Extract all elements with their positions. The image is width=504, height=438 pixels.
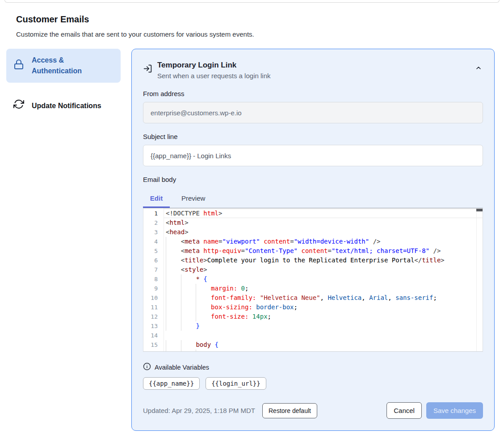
tab-edit[interactable]: Edit (143, 191, 170, 208)
code-line[interactable]: <!DOCTYPE html> (166, 209, 483, 218)
sidebar-item-access-authentication[interactable]: Access & Authentication (6, 49, 121, 83)
refresh-icon (13, 99, 24, 113)
subject-line-field: Subject line (143, 133, 483, 166)
page-header: Customer Emails Customize the emails tha… (0, 3, 504, 38)
code-line[interactable]: font-size: 14px; (166, 312, 483, 321)
login-icon (143, 64, 152, 75)
code-line[interactable]: body { (166, 340, 483, 350)
card-footer: Updated: Apr 29, 2025, 1:18 PM MDT Resto… (143, 402, 483, 419)
code-line[interactable]: * { (166, 274, 483, 284)
editor-tabs: Edit Preview (143, 191, 483, 208)
line-number: 8 (143, 274, 164, 284)
line-number: 3 (143, 227, 164, 237)
line-number: 16 (143, 350, 164, 352)
line-number: 5 (143, 246, 164, 256)
restore-default-button[interactable]: Restore default (262, 403, 317, 418)
card-subtitle: Sent when a user requests a login link (157, 72, 469, 80)
email-template-card: Temporary Login Link Sent when a user re… (131, 49, 495, 431)
line-number: 10 (143, 293, 164, 303)
code-editor[interactable]: 12345678910111213141516 <!DOCTYPE html><… (143, 208, 483, 352)
code-line[interactable]: <html> (166, 218, 483, 227)
line-number: 2 (143, 218, 164, 227)
line-number: 4 (143, 237, 164, 246)
code-line[interactable]: <meta http-equiv="Content-Type" content=… (166, 246, 483, 256)
from-address-input[interactable] (143, 102, 483, 123)
line-number: 14 (143, 331, 164, 340)
line-number: 11 (143, 303, 164, 312)
subject-line-input[interactable] (143, 145, 483, 166)
sidebar-item-label: Update Notifications (32, 101, 101, 111)
editor-scrollbar-thumb[interactable] (476, 209, 483, 211)
line-number: 12 (143, 312, 164, 321)
sidebar-item-update-notifications[interactable]: Update Notifications (6, 93, 121, 119)
email-body-section: Email body Edit Preview 1234567891011121… (143, 176, 483, 352)
code-line[interactable]: box-sizing: border-box; (166, 303, 483, 312)
line-number: 6 (143, 256, 164, 265)
code-line[interactable]: <title>Complete your login to the Replic… (166, 256, 483, 265)
variable-chips: {{app_name}}{{login_url}} (143, 377, 483, 390)
code-line[interactable]: font-family: "Helvetica Neue", Helvetica… (166, 293, 483, 303)
line-number: 9 (143, 284, 164, 293)
code-line[interactable]: background-color: #f8f8f8; (166, 350, 483, 352)
code-line[interactable]: } (166, 321, 483, 331)
line-number: 7 (143, 265, 164, 274)
card-header: Temporary Login Link Sent when a user re… (143, 61, 483, 80)
code-line[interactable]: margin: 0; (166, 284, 483, 293)
card-title: Temporary Login Link (157, 61, 469, 70)
variable-chip[interactable]: {{app_name}} (143, 377, 200, 390)
from-address-field: From address (143, 90, 483, 123)
sidebar: Access & Authentication Update Notificat… (6, 49, 121, 119)
page-description: Customize the emails that are sent to yo… (16, 30, 488, 38)
from-address-label: From address (143, 90, 483, 97)
save-changes-button[interactable]: Save changes (426, 402, 483, 419)
chevron-up-icon (475, 66, 482, 73)
editor-code-area[interactable]: <!DOCTYPE html><html><head><meta name="v… (164, 208, 483, 351)
sidebar-item-label: Access & Authentication (32, 55, 113, 76)
code-line[interactable]: <style> (166, 265, 483, 274)
line-number: 15 (143, 340, 164, 350)
page-title: Customer Emails (16, 14, 488, 25)
code-line[interactable] (166, 331, 483, 340)
editor-scrollbar-track[interactable] (476, 208, 483, 351)
line-number: 1 (143, 209, 164, 218)
subject-line-label: Subject line (143, 133, 483, 140)
available-variables-row: Available Variables (143, 362, 483, 372)
email-body-label: Email body (143, 176, 483, 183)
collapse-button[interactable] (474, 63, 483, 74)
tab-preview[interactable]: Preview (181, 191, 206, 208)
code-line[interactable]: <meta name="viewport" content="width=dev… (166, 237, 483, 246)
available-variables-label: Available Variables (155, 364, 209, 371)
updated-timestamp: Updated: Apr 29, 2025, 1:18 PM MDT (143, 407, 255, 414)
line-number: 13 (143, 321, 164, 331)
variable-chip[interactable]: {{login_url}} (206, 377, 266, 390)
info-icon (143, 362, 151, 372)
editor-gutter: 12345678910111213141516 (143, 208, 164, 351)
code-line[interactable]: <head> (166, 227, 483, 237)
cancel-button[interactable]: Cancel (386, 402, 422, 419)
lock-icon (13, 59, 24, 73)
